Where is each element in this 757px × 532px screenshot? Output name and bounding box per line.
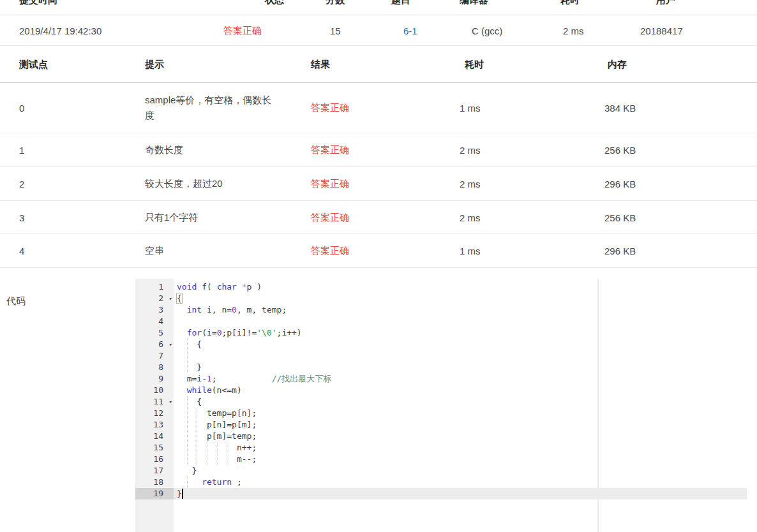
test-memory: 296 KB [604, 179, 636, 189]
code-token: , m, temp; [237, 305, 287, 314]
code-token: ;p[i]!= [221, 328, 257, 337]
submission-row: 2019/4/17 19:42:30 答案正确 15 6-1 C (gcc) 2… [0, 15, 757, 46]
test-row: 3 只有1个字符 答案正确 2 ms 256 KB [0, 201, 757, 234]
fold-arrow-icon[interactable]: ▾ [169, 293, 172, 304]
test-result: 答案正确 [311, 144, 349, 156]
code-token [177, 305, 187, 314]
test-memory: 384 KB [604, 103, 636, 114]
code-line: } [177, 465, 197, 477]
test-result: 答案正确 [311, 178, 349, 190]
score-value: 15 [330, 25, 341, 36]
test-row: 2 较大长度，超过20 答案正确 2 ms 296 KB [0, 167, 757, 201]
code-token: char [217, 282, 237, 292]
gutter-line-number: 9 [135, 373, 174, 385]
col-header-compiler: 编译器 [460, 0, 488, 6]
code-editor[interactable]: 12▾3456▾7891011▾1213141516171819 void f(… [135, 279, 747, 532]
problem-link[interactable]: 6-1 [403, 25, 417, 36]
gutter-line-number: 5 [135, 327, 174, 339]
code-token [177, 477, 202, 487]
col-header-problem: 题目 [391, 0, 410, 6]
test-row: 1 奇数长度 答案正确 2 ms 256 KB [0, 133, 757, 167]
code-token: { [177, 293, 182, 303]
code-token: { [177, 397, 202, 406]
test-hint: 奇数长度 [145, 144, 183, 156]
code-line: void f( char *p ) [177, 281, 262, 293]
code-line: while(n<=m) [177, 385, 242, 396]
gutter-line-number: 14 [135, 431, 174, 442]
gutter-line-number: 13 [135, 419, 174, 431]
col-header-user: 用户 [656, 0, 675, 6]
code-section-label: 代码 [6, 295, 26, 307]
code-token: ; [212, 374, 272, 383]
col-header-hint: 提示 [145, 58, 164, 70]
code-line: } [177, 362, 202, 373]
gutter-line-number: 16 [135, 454, 174, 465]
code-token: //找出最大下标 [272, 374, 332, 383]
test-result: 答案正确 [311, 211, 349, 223]
code-token: } [177, 466, 197, 475]
code-token: for [187, 328, 202, 337]
fold-arrow-icon[interactable]: ▾ [169, 339, 172, 350]
code-token: { [177, 339, 202, 349]
code-token: } [177, 362, 202, 372]
gutter-line-number: 4 [135, 316, 174, 327]
code-token: m=i- [177, 374, 207, 383]
testpoint-id: 4 [19, 246, 24, 256]
code-line: int i, n=0, m, temp; [177, 304, 287, 316]
col-header-time: 耗时 [465, 58, 484, 70]
code-token: p[n]=p[m]; [177, 420, 257, 429]
col-header-time-cost: 耗时 [560, 0, 580, 6]
test-hint: 只有1个字符 [145, 211, 198, 223]
code-token: temp=p[n]; [177, 408, 257, 418]
gutter-line-number: 17 [135, 465, 174, 477]
test-table-header-row: 测试点 提示 结果 耗时 内存 [0, 46, 757, 83]
gutter-line-number: 11▾ [135, 396, 174, 408]
col-header-status: 状态 [265, 0, 284, 6]
code-token [177, 385, 187, 395]
code-line: n++; [177, 442, 257, 454]
code-line: return ; [177, 477, 242, 488]
compiler-value: C (gcc) [472, 25, 502, 36]
code-token: ; [232, 477, 242, 487]
code-line: p[m]=temp; [177, 431, 257, 442]
col-header-memory: 内存 [608, 58, 627, 70]
gutter-line-number: 1 [135, 281, 174, 293]
testpoint-id: 2 [19, 179, 24, 189]
submit-time-value: 2019/4/17 19:42:30 [19, 25, 101, 36]
gutter-line-number: 10 [135, 385, 174, 396]
test-result: 答案正确 [311, 245, 349, 257]
code-line: } [177, 488, 182, 499]
code-token: i, n= [202, 305, 232, 314]
code-line: p[n]=p[m]; [177, 419, 257, 431]
test-hint: 空串 [145, 245, 164, 257]
text-cursor [182, 489, 183, 499]
code-token [237, 282, 242, 292]
test-hint: sample等价，有空格，偶数长度 [145, 92, 273, 123]
gutter-line-number: 8 [135, 362, 174, 373]
test-memory: 256 KB [604, 212, 636, 223]
test-memory: 296 KB [604, 246, 636, 256]
test-time: 1 ms [460, 246, 481, 256]
gutter-line-number: 6▾ [135, 339, 174, 350]
code-token: p ) [247, 282, 262, 292]
test-result: 答案正确 [311, 102, 349, 114]
submission-table-header-row: 提交时间 状态 分数 题目 编译器 耗时 用户 [0, 0, 757, 15]
gutter-line-number: 2▾ [135, 293, 174, 304]
editor-content[interactable]: void f( char *p ){ int i, n=0, m, temp; … [174, 279, 747, 532]
col-header-testpoint: 测试点 [19, 58, 48, 70]
code-token: } [177, 489, 182, 498]
time-cost-value: 2 ms [563, 25, 584, 36]
col-header-submit-time: 提交时间 [19, 0, 57, 6]
testpoint-id: 1 [19, 145, 24, 156]
submission-detail-page: 提交时间 状态 分数 题目 编译器 耗时 用户 2019/4/17 19:42:… [0, 0, 757, 532]
user-value: 20188417 [640, 25, 683, 36]
code-line: m=i-1; //找出最大下标 [177, 373, 331, 385]
col-header-result: 结果 [311, 58, 330, 70]
gutter-line-number: 3 [135, 304, 174, 316]
code-token: return [202, 477, 232, 487]
code-token: (i= [202, 328, 216, 337]
test-time: 1 ms [460, 103, 481, 114]
editor-gutter: 12▾3456▾7891011▾1213141516171819 [135, 279, 174, 532]
test-row: 4 空串 答案正确 1 ms 296 KB [0, 234, 757, 268]
fold-arrow-icon[interactable]: ▾ [169, 396, 172, 408]
